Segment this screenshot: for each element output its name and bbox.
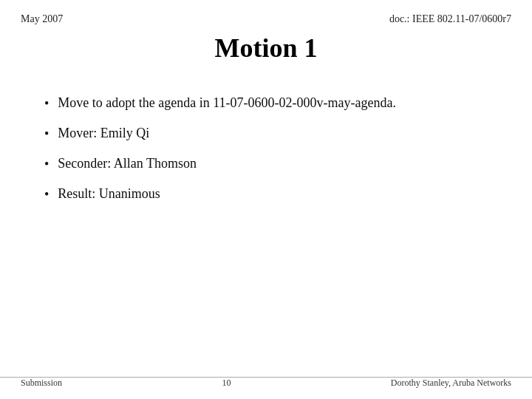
bullet-text: Result: Unanimous — [58, 184, 160, 203]
content-area: •Move to adopt the agenda in 11-07-0600-… — [0, 93, 532, 204]
slide: May 2007 doc.: IEEE 802.11-07/0600r7 Mot… — [0, 0, 532, 399]
footer-page: 10 — [222, 378, 231, 389]
bullet-icon: • — [44, 94, 49, 113]
list-item: •Seconder: Allan Thomson — [44, 154, 488, 174]
slide-footer: Submission 10 Dorothy Stanley, Aruba Net… — [0, 377, 532, 389]
list-item: •Mover: Emily Qi — [44, 123, 488, 143]
bullet-icon: • — [44, 154, 49, 174]
bullet-text: Seconder: Allan Thomson — [58, 154, 197, 173]
list-item: •Result: Unanimous — [44, 184, 488, 204]
footer-author: Dorothy Stanley, Aruba Networks — [391, 378, 511, 389]
header-date: May 2007 — [21, 13, 63, 25]
bullet-icon: • — [44, 185, 49, 204]
bullet-text: Mover: Emily Qi — [58, 123, 149, 143]
footer-submission: Submission — [21, 378, 62, 389]
title-area: Motion 1 — [0, 33, 532, 64]
bullet-list: •Move to adopt the agenda in 11-07-0600-… — [44, 93, 488, 204]
bullet-icon: • — [44, 124, 49, 143]
list-item: •Move to adopt the agenda in 11-07-0600-… — [44, 93, 488, 113]
slide-header: May 2007 doc.: IEEE 802.11-07/0600r7 — [0, 0, 532, 25]
slide-title: Motion 1 — [21, 33, 511, 64]
bullet-text: Move to adopt the agenda in 11-07-0600-0… — [58, 93, 396, 112]
header-doc: doc.: IEEE 802.11-07/0600r7 — [389, 13, 511, 25]
